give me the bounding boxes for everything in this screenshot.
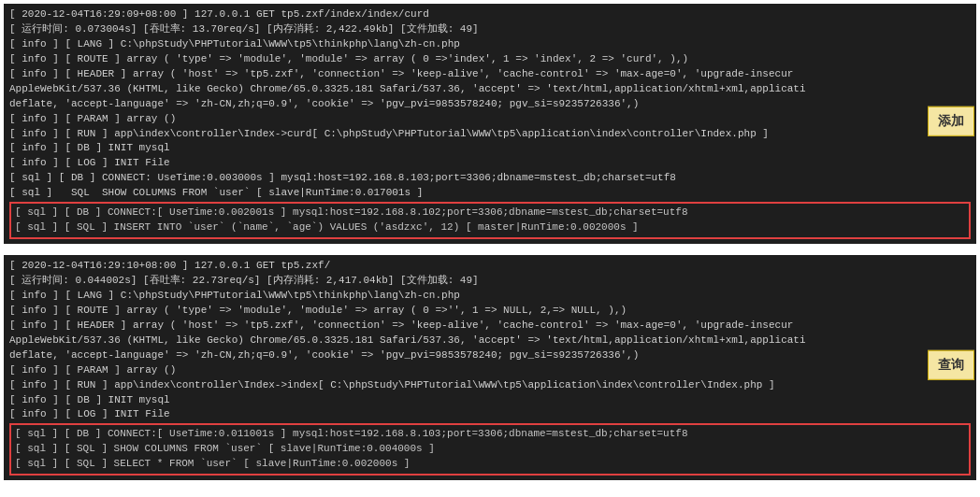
- highlight-line: [ sql ] [ SQL ] SELECT * FROM `user` [ s…: [15, 457, 965, 472]
- log-line: [ info ] [ DB ] INIT mysql: [9, 393, 971, 408]
- log-line: [ info ] [ ROUTE ] array ( 'type' => 'mo…: [9, 304, 971, 319]
- bottom-section: [ 2020-12-04T16:29:10+08:00 ] 127.0.0.1 …: [4, 255, 976, 480]
- log-line: [ 2020-12-04T16:29:10+08:00 ] 127.0.0.1 …: [9, 259, 971, 274]
- highlight-line: [ sql ] [ SQL ] INSERT INTO `user` (`nam…: [15, 220, 965, 235]
- query-badge: 查询: [928, 349, 974, 379]
- log-line: [ sql ] [ DB ] CONNECT: UseTime:0.003000…: [9, 171, 971, 186]
- bottom-highlight-block: [ sql ] [ DB ] CONNECT:[ UseTime:0.01100…: [9, 423, 971, 476]
- highlight-line: [ sql ] [ DB ] CONNECT:[ UseTime:0.00200…: [15, 206, 965, 220]
- log-line: deflate, 'accept-language' => 'zh-CN,zh;…: [9, 97, 971, 112]
- log-line: [ 运行时间: 0.073004s] [吞吐率: 13.70req/s] [内存…: [9, 22, 971, 37]
- log-line: [ 运行时间: 0.044002s] [吞吐率: 22.73req/s] [内存…: [9, 274, 971, 289]
- log-line: [ info ] [ HEADER ] array ( 'host' => 't…: [9, 319, 971, 334]
- add-badge: 添加: [928, 106, 974, 135]
- top-log-content: [ 2020-12-04T16:29:09+08:00 ] 127.0.0.1 …: [4, 4, 976, 244]
- log-line: [ info ] [ HEADER ] array ( 'host' => 't…: [9, 67, 971, 82]
- top-highlight-block: [ sql ] [ DB ] CONNECT:[ UseTime:0.00200…: [9, 202, 971, 239]
- top-section: [ 2020-12-04T16:29:09+08:00 ] 127.0.0.1 …: [4, 4, 976, 244]
- log-line: [ info ] [ PARAM ] array (): [9, 112, 971, 127]
- main-container: [ 2020-12-04T16:29:09+08:00 ] 127.0.0.1 …: [0, 0, 980, 497]
- log-line: AppleWebKit/537.36 (KHTML, like Gecko) C…: [9, 82, 971, 97]
- log-line: deflate, 'accept-language' => 'zh-CN,zh;…: [9, 348, 971, 363]
- log-line: [ info ] [ RUN ] app\index\controller\In…: [9, 378, 971, 393]
- log-line: AppleWebKit/537.36 (KHTML, like Gecko) C…: [9, 334, 971, 348]
- log-line: [ info ] [ RUN ] app\index\controller\In…: [9, 127, 971, 142]
- log-line: [ 2020-12-04T16:29:09+08:00 ] 127.0.0.1 …: [9, 7, 971, 22]
- log-line: [ info ] [ LOG ] INIT File: [9, 407, 971, 422]
- log-line: [ sql ] SQL SHOW COLUMNS FROM `user` [ s…: [9, 186, 971, 201]
- highlight-line: [ sql ] [ DB ] CONNECT:[ UseTime:0.01100…: [15, 427, 965, 442]
- log-line: [ info ] [ DB ] INIT mysql: [9, 141, 971, 156]
- bottom-log-content: [ 2020-12-04T16:29:10+08:00 ] 127.0.0.1 …: [4, 255, 976, 480]
- log-line: [ info ] [ LANG ] C:\phpStudy\PHPTutoria…: [9, 289, 971, 304]
- section-divider: [4, 248, 976, 255]
- log-line: [ info ] [ LANG ] C:\phpStudy\PHPTutoria…: [9, 37, 971, 52]
- highlight-line: [ sql ] [ SQL ] SHOW COLUMNS FROM `user`…: [15, 442, 965, 457]
- log-line: [ info ] [ ROUTE ] array ( 'type' => 'mo…: [9, 52, 971, 67]
- log-line: [ info ] [ LOG ] INIT File: [9, 156, 971, 171]
- log-line: [ info ] [ PARAM ] array (): [9, 363, 971, 378]
